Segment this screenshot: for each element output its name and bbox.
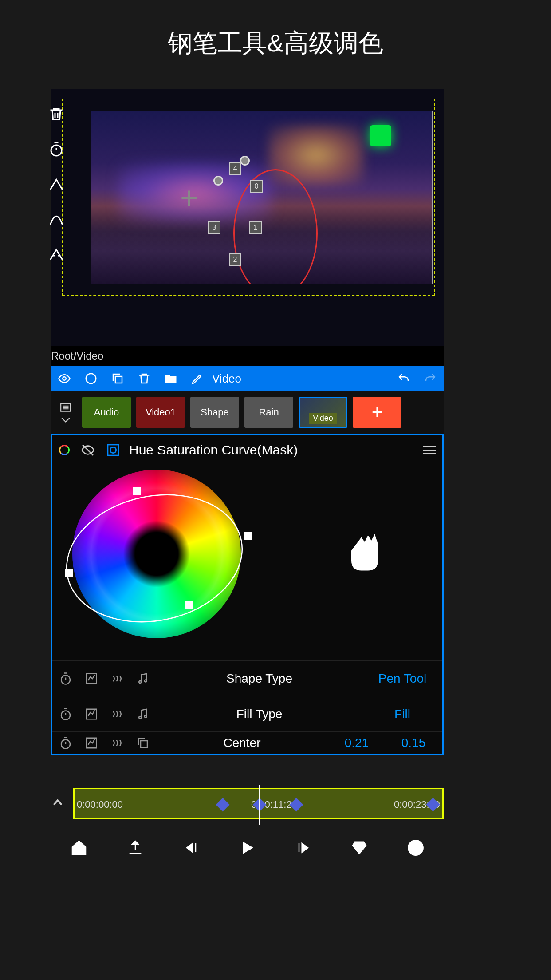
- copy-icon[interactable]: [111, 372, 124, 385]
- param-shape-type: Shape Type Pen Tool: [52, 660, 442, 696]
- chevron-up-icon[interactable]: [51, 796, 73, 811]
- vibrate-icon[interactable]: [110, 672, 124, 685]
- panel-title: Hue Saturation Curve(Mask): [129, 443, 412, 458]
- vibrate-icon[interactable]: [110, 707, 124, 721]
- home-icon[interactable]: [70, 839, 88, 857]
- pointer-icon: [345, 527, 385, 576]
- timer-icon[interactable]: [47, 139, 66, 159]
- timer-icon[interactable]: [59, 736, 72, 750]
- side-toolbar: [47, 104, 66, 264]
- timeline-bar[interactable]: 0:00:00:00 0:00:11:24 0:00:23:19: [73, 788, 444, 819]
- help-icon[interactable]: [407, 839, 425, 857]
- curve-handle-icon[interactable]: [47, 245, 66, 264]
- music-icon[interactable]: [136, 672, 150, 685]
- export-icon[interactable]: [126, 839, 144, 857]
- control-point[interactable]: [240, 156, 250, 166]
- mask-handle-3[interactable]: 3: [208, 221, 220, 234]
- svg-point-6: [110, 447, 116, 453]
- svg-point-1: [63, 377, 66, 380]
- page-title: 钢笔工具&高级调色: [0, 0, 551, 87]
- step-back-icon[interactable]: [182, 839, 200, 857]
- timeline[interactable]: 0:00:00:00 0:00:11:24 0:00:23:19: [51, 786, 444, 821]
- step-forward-icon[interactable]: [295, 839, 312, 857]
- diamond-icon[interactable]: [350, 839, 368, 857]
- svg-rect-3: [115, 376, 122, 383]
- layer-toolbar: Video: [51, 366, 444, 391]
- color-icon[interactable]: [59, 445, 70, 455]
- graph-icon[interactable]: [85, 707, 98, 721]
- delete-icon[interactable]: [47, 104, 66, 124]
- curve-point[interactable]: [133, 487, 141, 495]
- timer-icon[interactable]: [59, 672, 72, 685]
- mask-handle-1[interactable]: 1: [249, 221, 262, 234]
- video-canvas[interactable]: + 0 4 1 3 2: [91, 111, 433, 284]
- hue-sat-panel: Hue Saturation Curve(Mask) Shape Type Pe…: [51, 434, 444, 755]
- circle-icon[interactable]: [84, 372, 98, 385]
- svg-point-2: [86, 374, 96, 384]
- param-fill-type: Fill Type Fill: [52, 696, 442, 731]
- svg-rect-5: [108, 445, 118, 455]
- app-window: + 0 4 1 3 2 Root/Video Video: [51, 89, 444, 755]
- color-wheel-area[interactable]: [52, 465, 442, 660]
- graph-icon[interactable]: [85, 736, 98, 750]
- breadcrumb[interactable]: Root/Video: [51, 346, 444, 366]
- copy-icon[interactable]: [136, 736, 150, 750]
- curve-point[interactable]: [244, 532, 252, 540]
- track-audio[interactable]: Audio: [82, 397, 131, 428]
- time-start: 0:00:00:00: [77, 799, 123, 810]
- param-list: Shape Type Pen Tool Fill Type Fill Cente…: [52, 660, 442, 754]
- redo-icon[interactable]: [424, 372, 437, 385]
- svg-rect-14: [141, 741, 147, 747]
- track-list: Audio Video1 Shape Rain +: [51, 391, 444, 434]
- curve-bezier-icon[interactable]: [47, 209, 66, 229]
- curve-point[interactable]: [65, 569, 73, 577]
- keyframe-icon[interactable]: [216, 798, 230, 811]
- vibrate-icon[interactable]: [110, 736, 124, 750]
- edit-icon[interactable]: [191, 372, 204, 385]
- music-icon[interactable]: [136, 707, 150, 721]
- param-center: Center 0.21 0.15: [52, 731, 442, 754]
- curve-linear-icon[interactable]: [47, 174, 66, 194]
- preview-area[interactable]: + 0 4 1 3 2: [51, 89, 444, 346]
- bottom-toolbar: [51, 830, 444, 865]
- edit-label: Video: [212, 372, 384, 386]
- undo-icon[interactable]: [397, 372, 410, 385]
- play-icon[interactable]: [238, 839, 256, 857]
- folder-icon[interactable]: [164, 372, 177, 385]
- menu-icon[interactable]: [423, 446, 436, 454]
- track-video1[interactable]: Video1: [136, 397, 185, 428]
- visibility-off-icon[interactable]: [81, 443, 95, 457]
- trash-icon[interactable]: [138, 372, 151, 385]
- add-track-button[interactable]: +: [353, 397, 401, 428]
- playhead[interactable]: [259, 785, 260, 825]
- track-shape[interactable]: Shape: [190, 397, 239, 428]
- curve-point[interactable]: [185, 601, 193, 609]
- track-rain[interactable]: Rain: [244, 397, 293, 428]
- control-point[interactable]: [213, 176, 223, 186]
- hue-wheel[interactable]: [72, 470, 241, 638]
- mask-handle-2[interactable]: 2: [229, 253, 241, 266]
- crosshair-icon: +: [180, 180, 198, 216]
- track-video-selected[interactable]: [299, 397, 347, 428]
- mask-handle-4[interactable]: 4: [229, 162, 241, 175]
- mask-handle-0[interactable]: 0: [250, 180, 263, 193]
- track-toggle[interactable]: [55, 397, 77, 428]
- target-icon[interactable]: [106, 443, 120, 457]
- visibility-icon[interactable]: [58, 372, 71, 385]
- graph-icon[interactable]: [85, 672, 98, 685]
- timer-icon[interactable]: [59, 707, 72, 721]
